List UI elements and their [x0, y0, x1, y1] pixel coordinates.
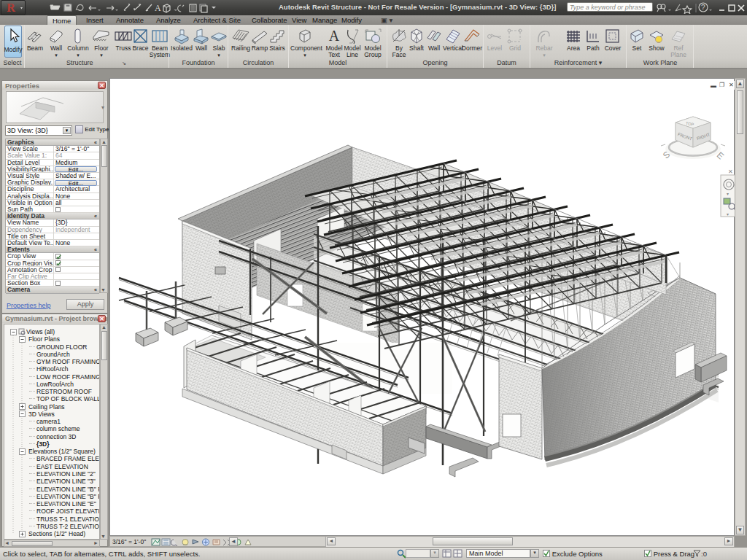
svg-text:R: R: [7, 1, 15, 14]
svg-text:▾: ▾: [727, 212, 729, 217]
svg-text:▾: ▾: [727, 192, 729, 196]
svg-text:✕: ✕: [728, 168, 733, 175]
svg-text:?: ?: [701, 4, 705, 12]
svg-text:A: A: [329, 28, 340, 44]
svg-text:A: A: [155, 3, 161, 13]
